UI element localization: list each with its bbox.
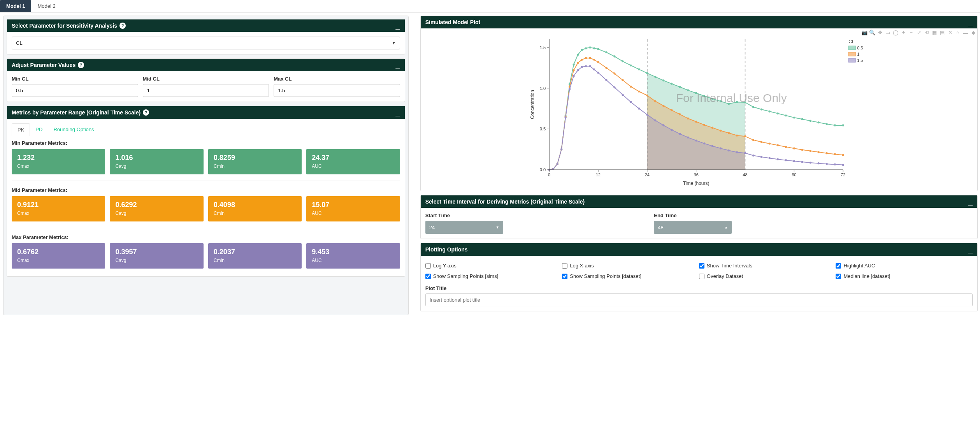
option-log-y-axis[interactable]: Log Y-axis [425, 260, 562, 271]
svg-text:0.5: 0.5 [857, 46, 863, 50]
option-checkbox[interactable] [836, 274, 841, 279]
panel-title: Adjust Parameter Values [12, 62, 76, 68]
option-checkbox[interactable] [699, 263, 704, 269]
svg-point-130 [842, 164, 844, 166]
svg-point-113 [703, 142, 705, 144]
metric-value: 0.6292 [115, 201, 198, 209]
option-show-time-intervals[interactable]: Show Time Intervals [699, 260, 836, 271]
metrics-tab-pk[interactable]: PK [12, 123, 30, 136]
svg-point-109 [671, 129, 673, 131]
metric-label: Cmax [17, 211, 100, 216]
svg-point-81 [793, 148, 795, 149]
svg-point-18 [630, 64, 632, 66]
metric-value: 0.3957 [115, 248, 198, 256]
svg-point-39 [801, 118, 803, 120]
option-checkbox[interactable] [425, 274, 431, 279]
svg-text:1.5: 1.5 [857, 58, 863, 63]
panel-header-select-parameter[interactable]: Select Parameter for Sensitivity Analysi… [7, 19, 405, 32]
svg-point-67 [679, 113, 681, 115]
metric-value: 0.9121 [17, 201, 100, 209]
collapse-icon[interactable]: _ [396, 111, 400, 114]
svg-point-61 [630, 86, 632, 88]
spike-icon[interactable]: ▤ [939, 29, 945, 35]
svg-point-38 [793, 116, 795, 118]
collapse-icon[interactable]: _ [968, 200, 973, 204]
logo-icon[interactable]: ◆ [970, 29, 976, 35]
reset-icon[interactable]: ⟲ [924, 29, 930, 35]
svg-point-129 [834, 163, 836, 165]
pan-icon[interactable]: ✥ [877, 29, 883, 35]
option-log-x-axis[interactable]: Log X-axis [562, 260, 699, 271]
start-time-value: 24 [429, 225, 435, 230]
end-time-select[interactable]: 48 ▲ [654, 221, 732, 234]
panel-header-plotting-options[interactable]: Plotting Options _ [421, 243, 977, 256]
mid-cl-input[interactable] [143, 84, 269, 97]
camera-icon[interactable]: 📷 [861, 29, 868, 35]
option-checkbox[interactable] [562, 274, 567, 279]
plot-title-input[interactable] [425, 293, 973, 306]
svg-point-114 [711, 145, 713, 147]
option-median-line-dataset-[interactable]: Median line [dataset] [836, 271, 973, 281]
option-checkbox[interactable] [836, 263, 841, 269]
svg-point-66 [671, 109, 673, 111]
svg-text:24: 24 [645, 172, 649, 177]
metrics-tab-rounding-options[interactable]: Rounding Options [48, 123, 99, 136]
option-overlay-dataset[interactable]: Overlay Dataset [699, 271, 836, 281]
home-icon[interactable]: ⌂ [955, 29, 961, 35]
select-icon[interactable]: ▭ [885, 29, 891, 35]
zoom-out-icon[interactable]: － [908, 29, 914, 35]
svg-point-91 [560, 148, 562, 150]
panel-header-adjust[interactable]: Adjust Parameter Values ? _ [7, 59, 405, 71]
svg-point-9 [577, 54, 579, 56]
svg-point-111 [687, 136, 689, 138]
help-icon[interactable]: ? [78, 62, 84, 68]
panel-header-metrics[interactable]: Metrics by Parameter Range (Original Tim… [7, 106, 405, 119]
svg-text:Concentration: Concentration [530, 90, 535, 119]
panel-header-time-interval[interactable]: Select Time Interval for Deriving Metric… [421, 195, 977, 208]
model-tab-1[interactable]: Model 1 [0, 0, 31, 12]
simulated-model-chart[interactable]: 01224364860720.00.51.01.5Time (hours)Con… [423, 32, 975, 187]
start-time-select[interactable]: 24 ▼ [425, 221, 503, 234]
svg-point-127 [817, 162, 819, 164]
max-cl-input[interactable] [274, 84, 400, 97]
option-show-sampling-points-dataset-[interactable]: Show Sampling Points [dataset] [562, 271, 699, 281]
option-highlight-auc[interactable]: Highlight AUC [836, 260, 973, 271]
svg-rect-159 [848, 46, 855, 50]
model-tab-2[interactable]: Model 2 [31, 0, 61, 12]
panel-title: Plotting Options [425, 246, 468, 253]
panel-header-plot[interactable]: Simulated Model Plot _ [421, 16, 977, 28]
svg-point-58 [605, 67, 607, 69]
zoom-in-icon[interactable]: ＋ [900, 29, 906, 35]
svg-point-36 [776, 112, 778, 114]
panel-adjust-values: Adjust Parameter Values ? _ Min CL Mid C… [7, 58, 405, 102]
metrics-tab-pd[interactable]: PD [30, 123, 48, 136]
toggle-icon[interactable]: ▬ [962, 29, 969, 35]
min-cl-input[interactable] [12, 84, 138, 97]
help-icon[interactable]: ? [143, 109, 149, 116]
collapse-icon[interactable]: _ [396, 24, 400, 28]
option-show-sampling-points-sims-[interactable]: Show Sampling Points [sims] [425, 271, 562, 281]
svg-point-85 [825, 152, 827, 154]
autoscale-icon[interactable]: ⤢ [916, 29, 922, 35]
toggle-spike-icon[interactable]: ▦ [931, 29, 938, 35]
collapse-icon[interactable]: _ [968, 20, 973, 24]
svg-point-19 [638, 68, 640, 70]
metric-card-cmax: 0.9121Cmax [12, 196, 105, 221]
option-checkbox[interactable] [699, 274, 704, 279]
collapse-icon[interactable]: _ [968, 248, 973, 251]
svg-point-115 [720, 148, 722, 149]
metric-label: Cavg [115, 258, 198, 263]
parameter-select[interactable]: CL ▼ [12, 37, 400, 49]
lasso-icon[interactable]: ◯ [892, 29, 899, 35]
help-icon[interactable]: ? [119, 23, 126, 29]
metric-label: Cavg [115, 211, 198, 216]
zoom-icon[interactable]: 🔍 [869, 29, 875, 35]
metric-value: 0.6762 [17, 248, 100, 256]
option-checkbox[interactable] [425, 263, 431, 269]
collapse-icon[interactable]: _ [396, 63, 400, 67]
close-icon[interactable]: ✕ [947, 29, 953, 35]
option-checkbox[interactable] [562, 263, 567, 269]
panel-title: Select Time Interval for Deriving Metric… [425, 199, 585, 205]
svg-point-100 [597, 72, 599, 74]
panel-title: Metrics by Parameter Range (Original Tim… [12, 109, 141, 116]
